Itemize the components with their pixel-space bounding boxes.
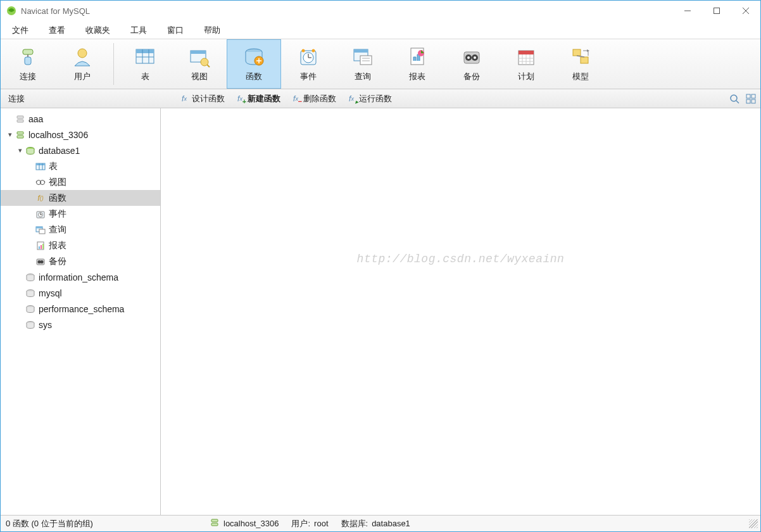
menu-tools[interactable]: 工具 (120, 22, 157, 39)
menu-view[interactable]: 查看 (39, 22, 75, 39)
user-icon (71, 46, 94, 68)
toolbar-users[interactable]: 用户 (55, 39, 110, 89)
svg-rect-74 (39, 229, 45, 234)
tree-item-tables[interactable]: 表 (1, 158, 160, 174)
svg-point-49 (731, 95, 737, 101)
menu-help[interactable]: 帮助 (194, 22, 230, 39)
maximize-button[interactable] (702, 1, 731, 21)
tree-sys-label: sys (39, 320, 52, 330)
toolbar-connect[interactable]: 连接 (1, 39, 55, 89)
tree-localhost-label: localhost_3306 (28, 130, 88, 140)
resize-grip[interactable] (749, 519, 758, 528)
toolbar-events-label: 事件 (300, 71, 317, 82)
chevron-down-icon[interactable]: ▾ (6, 130, 15, 139)
svg-rect-77 (41, 245, 42, 249)
database-icon (25, 304, 36, 314)
menu-bar: 文件 查看 收藏夹 工具 窗口 帮助 (1, 21, 760, 39)
toolbar-views[interactable]: 视图 (172, 39, 227, 89)
close-button[interactable] (731, 1, 760, 21)
svg-rect-86 (211, 519, 218, 522)
toolbar-functions-label: 函数 (246, 71, 262, 82)
svg-point-8 (78, 49, 87, 58)
svg-rect-6 (25, 57, 31, 65)
svg-rect-56 (17, 120, 23, 122)
view-icon (188, 46, 211, 68)
tree-backup-label: 备份 (49, 256, 66, 267)
menu-window[interactable]: 窗口 (157, 22, 194, 39)
tree-views-label: 视图 (49, 177, 66, 188)
sub-run-function[interactable]: fx▸ 运行函数 (341, 92, 397, 106)
tree-events-label: 事件 (49, 208, 66, 220)
backup-small-icon (35, 256, 46, 267)
tree-item-info-schema[interactable]: information_schema (1, 269, 160, 285)
grid-view-button[interactable] (745, 93, 757, 104)
tree-item-sys[interactable]: sys (1, 317, 160, 332)
connection-off-icon (15, 114, 26, 124)
toolbar-model[interactable]: 模型 (553, 39, 608, 89)
svg-rect-55 (17, 116, 23, 118)
connection-tree[interactable]: aaa ▾ localhost_3306 ▾ database1 表 视图 f(… (1, 108, 161, 515)
toolbar-schedule[interactable]: 计划 (499, 39, 553, 89)
tree-functions-label: 函数 (49, 193, 66, 204)
sub-design-function[interactable]: fx 设计函数 (174, 92, 230, 106)
toolbar-tables[interactable]: 表 (118, 39, 172, 89)
tree-queries-label: 查询 (49, 224, 66, 236)
fx-add-icon: fx+ (235, 94, 245, 104)
tree-item-queries[interactable]: 查询 (1, 222, 160, 238)
search-button[interactable] (729, 93, 740, 104)
menu-favorites[interactable]: 收藏夹 (75, 22, 120, 39)
tree-item-mysql[interactable]: mysql (1, 285, 160, 301)
fx-run-icon: fx▸ (346, 94, 356, 104)
title-bar: Navicat for MySQL (1, 1, 760, 21)
tree-item-events[interactable]: 事件 (1, 206, 160, 222)
tree-item-localhost[interactable]: ▾ localhost_3306 (1, 127, 160, 142)
svg-rect-57 (17, 132, 23, 134)
toolbar-events[interactable]: 事件 (281, 39, 336, 89)
queries-small-icon (35, 225, 46, 235)
svg-rect-61 (36, 163, 45, 165)
svg-rect-45 (573, 49, 581, 56)
toolbar-separator (113, 43, 114, 85)
backup-icon (460, 46, 483, 68)
database-icon (25, 288, 36, 298)
toolbar-reports-label: 报表 (409, 71, 425, 82)
calendar-icon (515, 46, 538, 68)
svg-rect-78 (42, 244, 44, 249)
toolbar-queries[interactable]: 查询 (336, 39, 390, 89)
svg-line-50 (736, 101, 739, 103)
watermark-text: http://blog.csdn.net/wyxeainn (161, 253, 760, 265)
sub-delete-function[interactable]: fx− 删除函数 (286, 92, 341, 106)
minimize-button[interactable] (673, 1, 702, 21)
sub-connection-label: 连接 (4, 93, 28, 104)
tree-item-reports[interactable]: 报表 (1, 238, 160, 253)
chevron-down-icon[interactable]: ▾ (16, 146, 25, 155)
table-icon (134, 46, 156, 68)
tree-aaa-label: aaa (28, 114, 43, 124)
sub-new-label: 新建函数 (248, 93, 280, 104)
tree-item-functions[interactable]: f() 函数 (1, 190, 160, 206)
database-open-icon (25, 146, 36, 156)
tree-item-views[interactable]: 视图 (1, 174, 160, 190)
function-small-icon: f() (35, 193, 46, 203)
tree-item-perf-schema[interactable]: performance_schema (1, 301, 160, 317)
tree-item-database1[interactable]: ▾ database1 (1, 142, 160, 158)
status-db: database1 (372, 519, 410, 528)
toolbar-functions[interactable]: 函数 (227, 39, 281, 89)
sub-delete-label: 删除函数 (303, 93, 336, 104)
connection-small-icon (210, 518, 220, 529)
svg-rect-87 (211, 523, 218, 526)
tree-item-backup[interactable]: 备份 (1, 253, 160, 269)
report-icon (406, 46, 429, 68)
status-db-label: 数据库: (341, 518, 368, 529)
menu-file[interactable]: 文件 (2, 22, 39, 39)
svg-rect-73 (36, 227, 42, 229)
tree-item-aaa[interactable]: aaa (1, 111, 160, 127)
svg-point-81 (41, 260, 44, 263)
toolbar-views-label: 视图 (191, 71, 208, 82)
toolbar-reports[interactable]: 报表 (390, 39, 444, 89)
status-user-label: 用户: (291, 518, 310, 529)
tree-database1-label: database1 (39, 146, 80, 156)
toolbar-backup[interactable]: 备份 (444, 39, 499, 89)
svg-rect-76 (39, 246, 40, 249)
sub-new-function[interactable]: fx+ 新建函数 (230, 92, 286, 106)
